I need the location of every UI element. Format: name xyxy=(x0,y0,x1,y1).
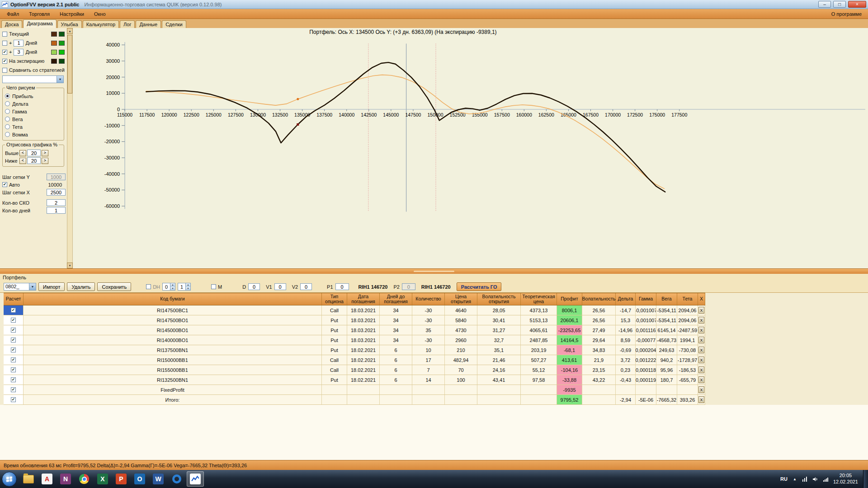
scroll-down-icon[interactable]: ▼ xyxy=(67,263,73,268)
scroll-up-icon[interactable]: ▲ xyxy=(67,28,73,34)
d-input[interactable] xyxy=(248,283,260,290)
delete-button[interactable]: Удалить xyxy=(67,282,95,291)
calc-go-button[interactable]: Рассчитать ГО xyxy=(457,282,502,291)
table-row[interactable]: ✔Итого:9795,52-2,94-5E-06-7665,32393,26X xyxy=(4,395,705,405)
table-row[interactable]: ✔RI132500BN1Put18.02.202161410043,4197,5… xyxy=(4,375,705,385)
column-header-10[interactable]: Волатильность xyxy=(582,293,616,305)
hidden-icons-chevron[interactable]: ▲ xyxy=(792,476,798,482)
row-calc-checkbox[interactable]: ✔ xyxy=(11,328,16,333)
menu-item-1[interactable]: Торговля xyxy=(24,10,55,18)
grid-step-y-input[interactable] xyxy=(47,174,66,180)
chrome-icon[interactable] xyxy=(75,471,93,487)
column-header-15[interactable]: X xyxy=(698,293,705,305)
column-header-9[interactable]: Профит xyxy=(557,293,582,305)
row-calc-checkbox[interactable]: ✔ xyxy=(11,347,16,352)
scrollbar-thumb[interactable] xyxy=(67,35,72,94)
row-delete-button[interactable]: X xyxy=(698,396,704,403)
row-calc-checkbox[interactable]: ✔ xyxy=(11,397,16,402)
series-checkbox-2[interactable]: ✔+ xyxy=(2,49,12,55)
draw-option-5[interactable]: Вомма xyxy=(5,131,61,138)
show-desktop-button[interactable] xyxy=(863,470,868,488)
series-color-swatch[interactable] xyxy=(51,32,57,37)
row-delete-button[interactable]: X xyxy=(698,307,704,314)
excel-icon[interactable]: X xyxy=(94,471,111,487)
table-row[interactable]: ✔RI155000BB1Call18.02.2021677024,1655,12… xyxy=(4,365,705,375)
start-button[interactable] xyxy=(2,472,17,487)
series-days-input[interactable] xyxy=(14,49,24,56)
days-count-input[interactable] xyxy=(47,207,66,214)
above-percent-input[interactable] xyxy=(27,150,41,156)
spin-down-icon[interactable]: ▼ xyxy=(170,287,175,291)
row-delete-button[interactable]: X xyxy=(698,366,704,373)
series-checkbox-0[interactable]: Текущий xyxy=(2,31,29,37)
menu-about[interactable]: О программе xyxy=(831,11,866,17)
tab-3[interactable]: Калькулятор xyxy=(83,20,119,28)
dh-checkbox[interactable]: DH xyxy=(146,284,160,290)
explorer-icon[interactable] xyxy=(20,471,37,487)
below-decrease-button[interactable]: < xyxy=(19,158,26,164)
tab-0[interactable]: Доска xyxy=(1,20,22,28)
row-calc-checkbox[interactable]: ✔ xyxy=(11,338,16,343)
column-header-12[interactable]: Гамма xyxy=(636,293,656,305)
spin-up-icon[interactable]: ▲ xyxy=(186,283,190,287)
row-calc-checkbox[interactable]: ✔ xyxy=(11,308,16,313)
series-days-input[interactable] xyxy=(14,40,24,47)
p2-input[interactable] xyxy=(402,283,415,290)
column-header-2[interactable]: Тип опциона xyxy=(322,293,347,305)
spinner-2[interactable]: 1 ▲▼ xyxy=(178,283,191,291)
save-button[interactable]: Сохранить xyxy=(97,282,131,291)
menu-item-0[interactable]: Файл xyxy=(2,10,24,18)
auto-checkbox[interactable]: ✔ Авто xyxy=(2,182,20,188)
draw-option-4[interactable]: Тета xyxy=(5,123,61,131)
column-header-8[interactable]: Теоретическая цена xyxy=(521,293,557,305)
menu-item-2[interactable]: Настройки xyxy=(55,10,89,18)
draw-option-3[interactable]: Вега xyxy=(5,115,61,123)
below-increase-button[interactable]: > xyxy=(42,158,48,164)
column-header-5[interactable]: Количество xyxy=(412,293,445,305)
series-color-swatch[interactable] xyxy=(59,41,65,46)
table-row[interactable]: ✔RI145000BO1Put18.03.20213435473031,2740… xyxy=(4,325,705,335)
powerpoint-icon[interactable]: P xyxy=(113,471,130,487)
minimize-button[interactable]: – xyxy=(818,1,831,8)
tab-1[interactable]: Диаграмма xyxy=(23,19,56,28)
adobe-reader-icon[interactable]: A xyxy=(38,471,56,487)
series-color-swatch[interactable] xyxy=(59,32,65,37)
column-header-1[interactable]: Код бумаги xyxy=(24,293,322,305)
tab-5[interactable]: Данные xyxy=(136,20,161,28)
import-button[interactable]: Импорт xyxy=(38,282,65,291)
series-checkbox-1[interactable]: + xyxy=(2,40,12,46)
row-calc-checkbox[interactable]: ✔ xyxy=(11,318,16,323)
portfolio-select[interactable]: 0802_ ▼ xyxy=(4,283,36,291)
panel-scrollbar[interactable]: ▲ ▼ xyxy=(67,28,73,268)
menu-item-3[interactable]: Окно xyxy=(89,10,111,18)
table-row[interactable]: ✔RI147500BO1Put18.03.202134-30584030,415… xyxy=(4,315,705,325)
table-row[interactable]: ✔FixedProfit-9935X xyxy=(4,385,705,395)
grid-step-x-input[interactable] xyxy=(47,189,66,196)
v1-input[interactable] xyxy=(274,283,286,290)
taskbar-clock[interactable]: 20:05 12.02.2021 xyxy=(833,473,858,485)
chart-area[interactable]: 400003000020000100000-10000-20000-30000-… xyxy=(73,28,868,268)
draw-option-1[interactable]: Дельта xyxy=(5,100,61,108)
row-delete-button[interactable]: X xyxy=(698,337,704,343)
below-percent-input[interactable] xyxy=(27,157,41,164)
row-delete-button[interactable]: X xyxy=(698,376,704,383)
language-indicator[interactable]: RU xyxy=(780,476,788,482)
row-delete-button[interactable]: X xyxy=(698,357,704,363)
draw-option-2[interactable]: Гамма xyxy=(5,108,61,115)
word-icon[interactable]: W xyxy=(150,471,167,487)
spin-up-icon[interactable]: ▲ xyxy=(170,283,175,287)
row-delete-button[interactable]: X xyxy=(698,317,704,324)
p1-input[interactable] xyxy=(335,283,349,290)
row-calc-checkbox[interactable]: ✔ xyxy=(11,367,16,372)
draw-option-0[interactable]: Прибыль xyxy=(5,92,61,100)
tab-6[interactable]: Сделки xyxy=(162,20,186,28)
column-header-0[interactable]: Расчет xyxy=(4,293,24,305)
sko-count-input[interactable] xyxy=(47,199,66,206)
series-color-swatch[interactable] xyxy=(59,59,65,64)
row-delete-button[interactable]: X xyxy=(698,386,704,393)
series-color-swatch[interactable] xyxy=(51,41,57,46)
column-header-13[interactable]: Вега xyxy=(656,293,677,305)
column-header-6[interactable]: Цена открытия xyxy=(445,293,477,305)
onenote-icon[interactable]: N xyxy=(57,471,74,487)
spinner-1[interactable]: 0 ▲▼ xyxy=(162,283,175,291)
